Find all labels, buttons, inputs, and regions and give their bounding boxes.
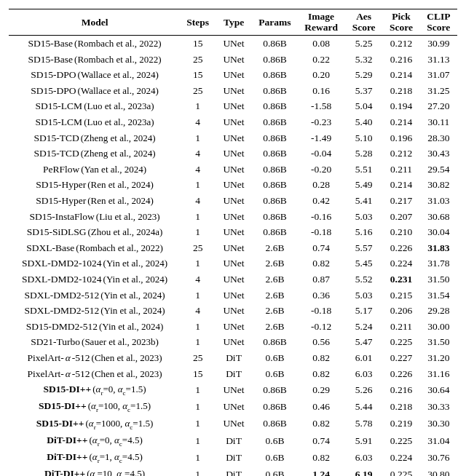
cell-image-reward: 0.82	[297, 416, 345, 432]
cell-model: PeRFlow(Yan et al., 2024)	[9, 162, 181, 178]
cell-model: SD15-Base(Rombach et al., 2022)	[9, 52, 181, 68]
cell-params: 0.86B	[253, 224, 298, 240]
cell-model: SD15-LCM(Luo et al., 2023a)	[9, 114, 181, 130]
cell-clip-score: 30.43	[420, 146, 457, 162]
cell-clip-score: 29.54	[420, 162, 457, 178]
table-row: SDXL-DMD2-1024(Yin et al., 2024)1UNet2.6…	[9, 256, 457, 272]
cell-model: SD15-DMD2-512(Yin et al., 2024)	[9, 319, 181, 335]
table-row: SD15-TCD(Zheng et al., 2024)1UNet0.86B-1…	[9, 130, 457, 146]
table-row: PixelArt-α-512(Chen et al., 2023)15DiT0.…	[9, 366, 457, 382]
cell-params: 2.6B	[253, 287, 298, 304]
cell-steps: 1	[181, 256, 215, 272]
cell-params: 0.86B	[253, 335, 298, 351]
table-row: SD15-Base(Rombach et al., 2022)25UNet0.8…	[9, 52, 457, 68]
cell-type: DiT	[215, 432, 252, 449]
cell-params: 0.86B	[253, 381, 298, 398]
cell-clip-score: 30.64	[420, 381, 457, 398]
cell-image-reward: -0.04	[297, 146, 345, 162]
cell-clip-score: 30.00	[420, 319, 457, 335]
cell-aes-score: 5.04	[345, 99, 382, 115]
cell-clip-score: 31.03	[420, 193, 457, 209]
cell-steps: 1	[181, 287, 215, 304]
cell-model: SDXL-DMD2-512(Yin et al., 2024)	[9, 287, 181, 304]
cell-type: UNet	[215, 224, 252, 240]
table-body: SD15-Base(Rombach et al., 2022)15UNet0.8…	[9, 36, 457, 476]
cell-type: UNet	[215, 416, 252, 432]
cell-aes-score: 5.25	[345, 36, 382, 52]
cell-aes-score: 6.19	[345, 466, 382, 476]
cell-pick-score: 0.218	[382, 399, 419, 416]
cell-params: 0.6B	[253, 350, 298, 366]
cell-clip-score: 30.33	[420, 399, 457, 416]
cell-image-reward: 0.08	[297, 36, 345, 52]
cell-image-reward: 0.56	[297, 335, 345, 351]
cell-image-reward: 1.24	[297, 466, 345, 476]
table-row: DiT-DI++ (αr=10, αc=4.5)1DiT0.6B1.246.19…	[9, 466, 457, 476]
cell-image-reward: 0.82	[297, 449, 345, 466]
cell-params: 0.86B	[253, 36, 298, 52]
cell-pick-score: 0.211	[382, 162, 419, 178]
cell-steps: 1	[181, 381, 215, 398]
table-row: PeRFlow(Yan et al., 2024)4UNet0.86B-0.20…	[9, 162, 457, 178]
cell-image-reward: 0.42	[297, 193, 345, 209]
table-row: SD15-Hyper(Ren et al., 2024)1UNet0.86B0.…	[9, 178, 457, 194]
cell-aes-score: 5.29	[345, 67, 382, 83]
cell-type: UNet	[215, 99, 252, 115]
cell-steps: 25	[181, 240, 215, 256]
cell-pick-score: 0.216	[382, 52, 419, 68]
cell-image-reward: 0.74	[297, 240, 345, 256]
cell-type: UNet	[215, 67, 252, 83]
hdr-type: Type	[215, 9, 252, 36]
cell-model: SD21-Turbo(Sauer et al., 2023b)	[9, 335, 181, 351]
cell-clip-score: 27.20	[420, 99, 457, 115]
cell-params: 0.86B	[253, 99, 298, 115]
cell-steps: 4	[181, 303, 215, 319]
cell-type: UNet	[215, 83, 252, 99]
cell-params: 0.86B	[253, 114, 298, 130]
cell-type: UNet	[215, 52, 252, 68]
cell-aes-score: 5.24	[345, 319, 382, 335]
cell-aes-score: 5.51	[345, 162, 382, 178]
cell-aes-score: 5.52	[345, 271, 382, 287]
hdr-clip-score: CLIPScore	[420, 9, 457, 36]
cell-model: PixelArt-α-512(Chen et al., 2023)	[9, 350, 181, 366]
cell-params: 2.6B	[253, 303, 298, 319]
cell-pick-score: 0.226	[382, 240, 419, 256]
hdr-model: Model	[9, 9, 181, 36]
cell-steps: 25	[181, 52, 215, 68]
cell-params: 2.6B	[253, 319, 298, 335]
table-row: SD15-DI++ (αr=0, αc=1.5)1UNet0.86B0.295.…	[9, 381, 457, 398]
hdr-params: Params	[253, 9, 298, 36]
cell-model: SDXL-Base(Rombach et al., 2022)	[9, 240, 181, 256]
cell-params: 0.6B	[253, 449, 298, 466]
cell-type: UNet	[215, 381, 252, 398]
cell-type: UNet	[215, 319, 252, 335]
table-row: SDXL-DMD2-1024(Yin et al., 2024)4UNet2.6…	[9, 271, 457, 287]
cell-pick-score: 0.196	[382, 130, 419, 146]
cell-steps: 1	[181, 130, 215, 146]
cell-image-reward: 0.87	[297, 271, 345, 287]
table-row: SD15-DPO(Wallace et al., 2024)25UNet0.86…	[9, 83, 457, 99]
cell-model: SD15-DI++ (αr=100, αc=1.5)	[9, 399, 181, 416]
cell-model: SD15-DPO(Wallace et al., 2024)	[9, 83, 181, 99]
cell-image-reward: 0.22	[297, 52, 345, 68]
results-table: Model Steps Type Params ImageReward AesS…	[9, 9, 457, 476]
cell-aes-score: 5.03	[345, 287, 382, 304]
cell-aes-score: 5.10	[345, 130, 382, 146]
hdr-aes-score: AesScore	[345, 9, 382, 36]
cell-clip-score: 29.28	[420, 303, 457, 319]
cell-aes-score: 6.03	[345, 366, 382, 382]
cell-pick-score: 0.216	[382, 381, 419, 398]
cell-image-reward: -0.16	[297, 209, 345, 225]
cell-pick-score: 0.212	[382, 146, 419, 162]
cell-model: SD15-Hyper(Ren et al., 2024)	[9, 178, 181, 194]
table-row: SD15-DMD2-512(Yin et al., 2024)1UNet2.6B…	[9, 319, 457, 335]
cell-clip-score: 31.78	[420, 256, 457, 272]
cell-clip-score: 31.04	[420, 432, 457, 449]
cell-model: SD15-DPO(Wallace et al., 2024)	[9, 67, 181, 83]
cell-params: 0.86B	[253, 193, 298, 209]
table-row: SD21-Turbo(Sauer et al., 2023b)1UNet0.86…	[9, 335, 457, 351]
cell-params: 0.6B	[253, 432, 298, 449]
cell-pick-score: 0.214	[382, 114, 419, 130]
table-row: SD15-Hyper(Ren et al., 2024)4UNet0.86B0.…	[9, 193, 457, 209]
